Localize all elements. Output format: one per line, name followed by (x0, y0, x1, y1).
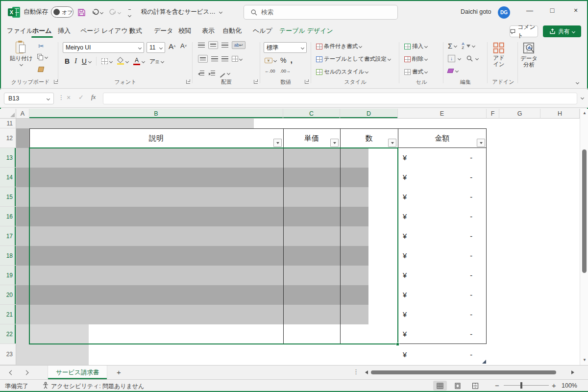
row-header-16[interactable]: 16 (0, 207, 16, 226)
bold-button[interactable]: B (65, 57, 70, 65)
redo-button[interactable] (109, 6, 121, 19)
autosum-button[interactable]: Σ (448, 42, 452, 50)
sheet-tab-more-icon[interactable]: ⋮ (353, 368, 359, 375)
filter-button-単価[interactable] (330, 139, 339, 147)
fill-button[interactable]: ↓ (448, 55, 455, 62)
prev-sheet-icon[interactable] (9, 370, 14, 375)
format-cells-button[interactable]: 書式 (403, 67, 429, 76)
tab-ヘルプ[interactable]: ヘルプ (251, 24, 274, 37)
cancel-entry-button[interactable]: × (67, 94, 71, 101)
column-header-B[interactable]: B (29, 109, 283, 119)
hscroll-right-icon[interactable] (571, 370, 574, 374)
comments-button[interactable]: コメント (510, 25, 538, 37)
filter-button-金額[interactable] (477, 139, 485, 147)
zoom-out-button[interactable]: − (495, 381, 499, 390)
align-bottom-button[interactable] (221, 43, 228, 48)
delete-cells-button[interactable]: 削除 (403, 54, 429, 64)
accounting-chevron-icon[interactable] (273, 58, 277, 62)
sheet-tab-active[interactable]: サービス請求書 (48, 366, 107, 379)
number-format-select[interactable]: 標準 (264, 42, 307, 53)
decrease-font-button[interactable]: A˅ (180, 42, 187, 49)
quick-access-customize-button[interactable] (128, 8, 131, 21)
normal-view-button[interactable] (433, 381, 447, 391)
vertical-scrollbar[interactable]: ▲ ▼ (580, 109, 588, 365)
horizontal-scrollbar[interactable] (371, 369, 568, 376)
find-select-button[interactable] (466, 55, 473, 62)
zoom-slider-track[interactable] (504, 385, 549, 386)
orientation-chevron-icon[interactable] (227, 71, 230, 74)
sort-filter-button[interactable]: AZ (462, 42, 464, 50)
zoom-slider-handle[interactable] (520, 382, 522, 389)
document-title[interactable]: 税の計算を含むサービス… (141, 8, 216, 16)
font-family-select[interactable]: Meiryo UI (63, 42, 144, 53)
avatar[interactable]: DG (498, 6, 510, 19)
accounting-format-button[interactable]: ¥ (265, 58, 272, 63)
horizontal-scroll-thumb[interactable] (371, 370, 556, 374)
clear-chevron-icon[interactable] (455, 69, 459, 73)
comma-style-button[interactable]: , (290, 56, 292, 65)
zoom-level[interactable]: 100% (562, 382, 577, 389)
conditional-formatting-button[interactable]: 条件付き書式 (315, 42, 363, 51)
increase-decimal-button[interactable]: ←.00 (265, 69, 275, 74)
select-all-corner[interactable] (0, 109, 16, 119)
autosum-chevron-icon[interactable] (454, 44, 457, 48)
cell-styles-button[interactable]: セルのスタイル (315, 67, 369, 76)
align-left-button[interactable] (198, 55, 208, 63)
table-resize-handle[interactable] (482, 360, 486, 364)
align-middle-button[interactable] (208, 41, 218, 49)
document-title-chevron-icon[interactable] (219, 10, 222, 14)
column-header-E[interactable]: E (398, 109, 487, 119)
find-chevron-icon[interactable] (475, 57, 479, 60)
column-header-A[interactable]: A (16, 109, 29, 119)
tab-データ[interactable]: データ (152, 24, 175, 37)
row-header-20[interactable]: 20 (0, 285, 16, 305)
undo-button[interactable] (91, 6, 103, 19)
add-sheet-button[interactable]: + (117, 368, 121, 376)
expand-formula-bar-icon[interactable] (581, 96, 584, 99)
table-header-説明[interactable]: 説明 (30, 129, 283, 147)
addins-button[interactable]: アドイン (493, 42, 505, 68)
row-header-22[interactable]: 22 (0, 324, 16, 344)
clipboard-dialog-launcher[interactable] (54, 80, 58, 84)
status-accessibility[interactable]: アクセシビリティ: 問題ありません (51, 382, 144, 391)
orientation-button[interactable] (220, 69, 225, 77)
page-break-view-button[interactable] (468, 381, 482, 391)
tab-自動化[interactable]: 自動化 (220, 24, 244, 37)
insert-cells-button[interactable]: 挿入 (403, 42, 429, 51)
selection-fill-handle[interactable] (396, 343, 399, 346)
column-header-G[interactable]: G (499, 109, 540, 119)
collapse-ribbon-icon[interactable] (576, 81, 579, 84)
hscroll-left-icon[interactable] (365, 370, 368, 374)
underline-button[interactable]: U (82, 57, 87, 65)
row-header-17[interactable]: 17 (0, 226, 16, 246)
save-button[interactable] (77, 6, 86, 19)
decrease-decimal-button[interactable]: .00→ (280, 69, 291, 74)
minimize-button[interactable]: — (518, 0, 541, 21)
underline-chevron-icon[interactable] (88, 59, 92, 63)
tab-テーブル デザイン[interactable]: テーブル デザイン (277, 24, 335, 37)
font-color-button[interactable]: A (133, 58, 140, 65)
row-header-13[interactable]: 13 (0, 148, 16, 168)
font-size-select[interactable]: 11 (147, 42, 165, 53)
user-name[interactable]: Daichi goto (461, 8, 491, 15)
excel-app-icon[interactable]: X (8, 6, 20, 18)
borders-button[interactable] (101, 58, 108, 64)
share-button[interactable]: 共有 (543, 25, 581, 37)
column-header-C[interactable]: C (283, 109, 340, 119)
wrap-text-button[interactable]: ab↩ (232, 41, 245, 49)
row-header-18[interactable]: 18 (0, 246, 16, 266)
zoom-in-button[interactable]: + (552, 381, 556, 390)
row-header-12[interactable]: 12 (0, 128, 16, 148)
format-painter-button[interactable] (38, 67, 44, 72)
scroll-down-icon[interactable]: ▼ (583, 358, 587, 362)
row-header-23[interactable]: 23 (0, 344, 16, 365)
maximize-button[interactable]: □ (541, 0, 564, 21)
align-center-button[interactable] (211, 56, 218, 61)
column-header-H[interactable]: H (540, 109, 580, 119)
format-as-table-button[interactable]: テーブルとして書式設定 (315, 54, 392, 64)
filter-button-説明[interactable] (273, 139, 282, 147)
align-top-button[interactable] (198, 43, 205, 48)
tab-校閲[interactable]: 校閲 (176, 24, 193, 37)
vertical-scroll-thumb[interactable] (582, 149, 587, 273)
next-sheet-icon[interactable] (24, 370, 29, 375)
